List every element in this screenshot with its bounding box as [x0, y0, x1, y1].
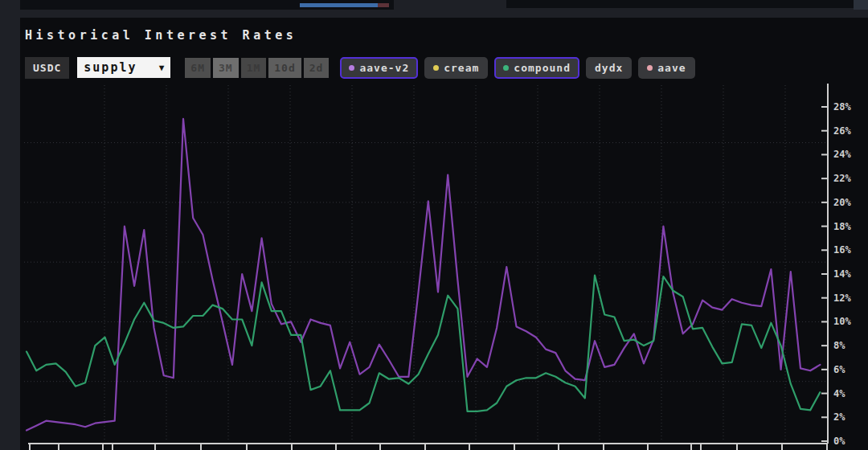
page: { "panel": { "title": "Historical Intere… [0, 0, 868, 450]
series-line-aave-v2 [27, 119, 820, 431]
y-tick-label: 0% [833, 436, 845, 447]
series-line-compound [27, 276, 820, 411]
y-tick-label: 20% [833, 197, 851, 208]
y-tick-label: 16% [833, 244, 851, 256]
top-blue-bar [300, 3, 378, 7]
y-tick-label: 8% [833, 340, 845, 351]
y-tick-label: 10% [833, 316, 851, 327]
y-tick-label: 2% [833, 411, 845, 423]
y-tick-label: 14% [833, 268, 851, 280]
top-cut-panel-left [20, 0, 394, 10]
rates-panel: Historical Interest Rates USDC supply ▼ … [20, 18, 868, 450]
y-tick-label: 18% [833, 221, 851, 232]
y-tick-label: 4% [833, 388, 845, 399]
y-tick-label: 28% [833, 101, 851, 112]
y-tick-label: 24% [833, 149, 851, 160]
y-tick-label: 6% [833, 364, 845, 375]
top-red-nub [378, 3, 389, 7]
y-tick-label: 26% [833, 125, 851, 137]
top-corner-tile [854, 0, 868, 10]
y-tick-label: 22% [833, 173, 851, 184]
rates-chart[interactable]: 0%2%4%6%8%10%12%14%16%18%20%22%24%26%28% [20, 18, 868, 450]
y-tick-label: 12% [833, 292, 851, 304]
top-cut-panel-right [506, 0, 868, 8]
